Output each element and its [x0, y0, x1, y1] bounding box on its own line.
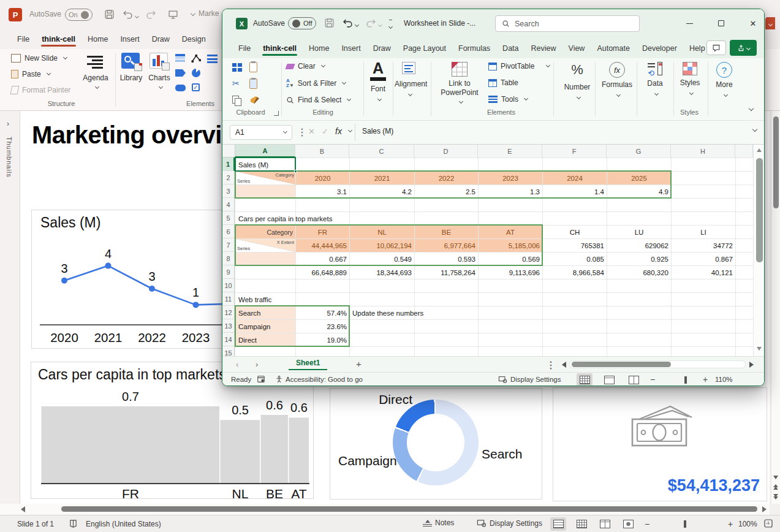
vscroll-thumb[interactable] [773, 116, 779, 208]
formulas-button[interactable]: fxFormulas [600, 62, 634, 101]
scroll-right-icon[interactable] [762, 506, 767, 512]
tab-file[interactable]: File [11, 31, 36, 49]
slideshow-button[interactable] [620, 517, 636, 531]
grid-cell-C8[interactable]: 0.549 [350, 253, 414, 265]
row-header-2[interactable]: 2 [222, 171, 235, 184]
formula-content[interactable]: Sales (M) [362, 127, 393, 135]
autosave-toggle[interactable]: On [65, 9, 93, 21]
grid-cell-C12[interactable]: Update these numbers [350, 306, 426, 319]
grid-cell-B2[interactable]: 2020 [296, 172, 349, 184]
grid-cell-A14[interactable]: Direct [236, 333, 295, 346]
row-header-6[interactable]: 6 [222, 225, 235, 238]
column-header-F[interactable]: F [542, 145, 607, 158]
pivottable-button[interactable]: PivotTable [488, 62, 550, 70]
grid-cell-A12[interactable]: Search [236, 306, 295, 319]
tab-data[interactable]: Data [496, 40, 524, 58]
macro-record-icon[interactable] [257, 375, 265, 385]
grid-cell-F9[interactable]: 8,966,584 [543, 266, 607, 279]
autosave-toggle[interactable]: Off [288, 17, 316, 29]
save-icon[interactable] [104, 9, 115, 22]
paste-icon[interactable] [249, 62, 257, 72]
grid-cell-G2[interactable]: 2025 [607, 172, 671, 184]
slide-sorter-button[interactable] [574, 517, 589, 531]
sheet-options-icon[interactable]: ⋮ [546, 359, 556, 371]
grid-cell-D2[interactable]: 2022 [415, 172, 478, 184]
rounded-rectangle-icon[interactable] [175, 85, 186, 91]
pentagon-icon[interactable] [175, 69, 186, 77]
tab-formulas[interactable]: Formulas [452, 40, 496, 58]
column-header-G[interactable]: G [607, 145, 671, 158]
textbox-icon[interactable] [175, 54, 185, 62]
fx-chevron-icon[interactable] [348, 128, 352, 132]
grid-cell-B3[interactable]: 3.1 [296, 185, 349, 198]
grid-cell-D6[interactable]: BE [415, 226, 478, 238]
powerpoint-share-button-fragment[interactable] [765, 17, 775, 31]
checkbox-icon[interactable]: ✓ [192, 83, 200, 91]
number-button[interactable]: %Number [561, 62, 594, 103]
select-all-corner[interactable] [222, 145, 235, 158]
undo-icon[interactable] [343, 18, 358, 31]
zoom-out-icon[interactable]: − [645, 519, 649, 529]
sheet-hscroll-track[interactable] [569, 360, 746, 368]
row-header-11[interactable]: 11 [222, 292, 235, 306]
row-header-13[interactable]: 13 [222, 319, 235, 333]
grid-cell-D3[interactable]: 2.5 [415, 185, 478, 198]
column-header-B[interactable]: B [295, 145, 349, 158]
spellcheck-icon[interactable] [69, 519, 78, 530]
customize-toolbar-icon[interactable] [389, 20, 392, 32]
row-header-3[interactable]: 3 [222, 184, 235, 198]
redo-icon[interactable] [366, 18, 382, 31]
grid-cell-C2[interactable]: 2021 [350, 172, 414, 184]
tab-view[interactable]: View [562, 40, 591, 58]
more-button[interactable]: ?More [710, 62, 738, 101]
grid-cell-G7[interactable]: 629062 [607, 239, 671, 252]
save-icon[interactable] [324, 18, 335, 31]
clipboard-dialog-launcher-icon[interactable] [274, 111, 279, 116]
layout-grid-icon[interactable] [232, 63, 242, 72]
grid-cell-G8[interactable]: 0.925 [607, 253, 671, 265]
grid-cell-E6[interactable]: AT [479, 226, 542, 238]
excel-app-icon[interactable]: X [236, 18, 248, 29]
tab-draw[interactable]: Draw [146, 31, 176, 49]
tab-automate[interactable]: Automate [591, 40, 636, 58]
freeform-icon[interactable] [191, 54, 202, 66]
grid-cell-C7[interactable]: 10,062,194 [350, 239, 414, 252]
grid-cell-B7[interactable]: 44,444,965 [296, 239, 349, 252]
grid-cell-H7[interactable]: 34772 [672, 239, 735, 252]
format-painter-icon[interactable] [251, 96, 259, 104]
table-button[interactable]: Table [488, 78, 518, 87]
close-button[interactable]: ✕ [743, 14, 763, 32]
display-settings-button[interactable]: Display Settings [477, 519, 542, 528]
zoom-slider-thumb[interactable] [684, 520, 686, 528]
cut-icon[interactable]: ✂ [232, 79, 240, 88]
grid-cell-F2[interactable]: 2024 [543, 172, 607, 184]
slide-title[interactable]: Marketing overview [32, 121, 254, 149]
page-break-button[interactable] [626, 373, 642, 386]
display-settings-button[interactable]: Display Settings [498, 375, 561, 384]
grid-cell-G3[interactable]: 4.9 [607, 185, 671, 198]
library-button[interactable]: Library [115, 74, 147, 83]
alignment-button[interactable]: Alignment [395, 61, 423, 100]
tab-home[interactable]: Home [81, 31, 114, 49]
tab-design[interactable]: Design [176, 31, 212, 49]
grid-cell-D7[interactable]: 6,977,664 [415, 239, 478, 252]
data-button[interactable]: ⟲Data [640, 62, 670, 99]
page-layout-button[interactable] [601, 373, 617, 386]
charts-button[interactable]: Charts [145, 74, 174, 92]
grid-cell-A5[interactable]: Cars per capita in top markets [236, 212, 335, 225]
grid-cell-B8[interactable]: 0.667 [296, 253, 349, 265]
zoom-in-icon[interactable]: + [703, 374, 708, 384]
accessibility-status[interactable]: Accessibility: Good to go [275, 375, 363, 384]
grid-cell-D9[interactable]: 11,758,264 [415, 266, 478, 279]
row-header-8[interactable]: 8 [222, 252, 235, 265]
font-button[interactable]: A Font [365, 61, 392, 105]
tab-insert[interactable]: Insert [114, 31, 145, 49]
powerpoint-app-icon[interactable]: P [9, 8, 22, 21]
zoom-in-icon[interactable]: + [728, 519, 733, 529]
next-slide-icon[interactable] [773, 494, 778, 500]
grid-cell-H6[interactable]: LI [672, 226, 735, 238]
styles-button[interactable]: Styles [676, 62, 704, 99]
grid-cell-B9[interactable]: 66,648,889 [296, 266, 349, 279]
lines-icon[interactable] [207, 55, 218, 63]
selection-fill-handle[interactable] [294, 170, 297, 173]
